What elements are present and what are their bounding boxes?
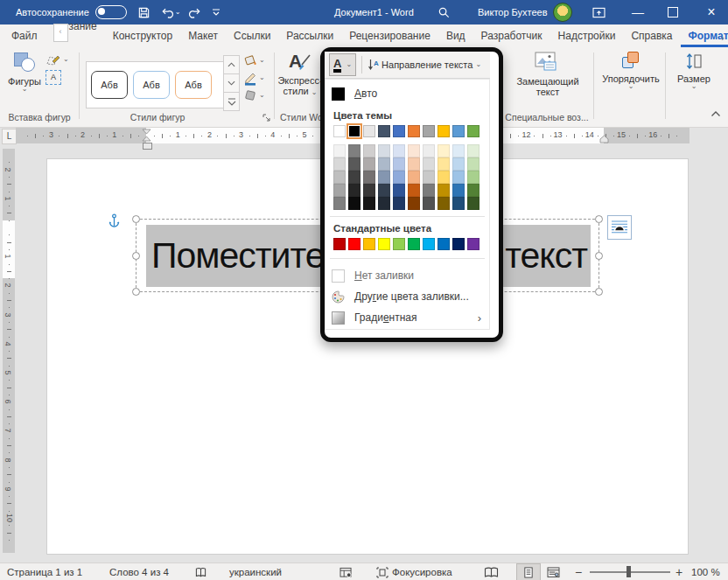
edit-shape-chevron[interactable]: ⌄: [63, 57, 69, 62]
macro-record-icon[interactable]: [340, 563, 353, 580]
theme-variant-swatch[interactable]: [467, 184, 480, 197]
tab-layout[interactable]: Макет: [180, 30, 226, 47]
shape-style-preview-1[interactable]: Абв: [91, 71, 128, 99]
save-icon[interactable]: [137, 0, 150, 24]
theme-variant-swatch[interactable]: [393, 144, 405, 157]
theme-variant-swatch[interactable]: [348, 197, 360, 210]
alt-text-button[interactable]: Замещающий текст: [508, 52, 588, 97]
standard-color-swatch[interactable]: [408, 238, 420, 250]
theme-variant-swatch[interactable]: [423, 184, 435, 197]
resize-handle-sw[interactable]: [132, 288, 140, 296]
tab-addins[interactable]: Надстройки: [550, 30, 624, 47]
theme-variant-swatch[interactable]: [333, 171, 346, 184]
shape-effects-button[interactable]: [243, 90, 257, 102]
theme-variant-swatch[interactable]: [378, 184, 390, 197]
shape-fill-button[interactable]: [243, 54, 257, 67]
theme-color-swatch[interactable]: [408, 125, 420, 137]
text-direction-button[interactable]: А Направление текста ⌄: [368, 59, 481, 71]
theme-color-swatch[interactable]: [348, 125, 360, 137]
theme-variant-swatch[interactable]: [467, 171, 480, 184]
standard-color-swatch[interactable]: [438, 238, 450, 250]
quick-styles-button[interactable]: А Экспресс- стили ⌄: [278, 51, 322, 96]
theme-color-swatch[interactable]: [438, 125, 450, 137]
search-icon[interactable]: [438, 0, 451, 24]
minimize-button[interactable]: —: [623, 0, 653, 24]
text-fill-button[interactable]: А ⌄: [329, 53, 356, 76]
tab-overflow-arrow[interactable]: ›: [721, 32, 724, 43]
redo-button[interactable]: [189, 0, 202, 24]
zoom-slider[interactable]: [590, 563, 670, 580]
shape-outline-chevron[interactable]: ⌄: [259, 75, 265, 80]
collapse-ribbon-button[interactable]: [710, 110, 721, 117]
theme-variant-swatch[interactable]: [438, 144, 450, 157]
user-name[interactable]: Виктор Бухтеев: [478, 0, 547, 24]
theme-variant-swatch[interactable]: [423, 144, 435, 157]
language-indicator[interactable]: украинский: [229, 563, 282, 580]
theme-variant-swatch[interactable]: [378, 157, 390, 171]
customize-qat-button[interactable]: [211, 0, 221, 24]
theme-color-swatch[interactable]: [393, 125, 405, 137]
standard-color-swatch[interactable]: [467, 238, 480, 250]
standard-color-swatch[interactable]: [378, 238, 390, 250]
theme-variant-swatch[interactable]: [452, 171, 465, 184]
theme-variant-swatch[interactable]: [363, 144, 375, 157]
theme-variant-swatch[interactable]: [363, 197, 375, 210]
autosave-toggle[interactable]: [95, 5, 127, 19]
theme-variant-swatch[interactable]: [333, 184, 346, 197]
tab-review[interactable]: Рецензирование: [341, 30, 438, 47]
theme-variant-swatch[interactable]: [452, 157, 465, 171]
word-count[interactable]: Слово 4 из 4: [109, 563, 169, 580]
zoom-level[interactable]: 100 %: [691, 563, 720, 580]
theme-variant-swatch[interactable]: [393, 197, 405, 210]
vertical-ruler[interactable]: 2112345678910: [3, 149, 15, 553]
theme-variant-swatch[interactable]: [393, 157, 405, 171]
shape-style-preview-3[interactable]: Абв: [175, 71, 212, 99]
zoom-out-button[interactable]: −: [575, 563, 582, 580]
theme-variant-swatch[interactable]: [467, 197, 480, 210]
first-line-indent-marker[interactable]: [142, 129, 151, 143]
standard-color-swatch[interactable]: [348, 238, 360, 250]
size-button[interactable]: Размер ⌄: [668, 52, 720, 89]
edit-shape-button[interactable]: [46, 53, 60, 66]
right-indent-marker[interactable]: [599, 135, 609, 143]
theme-variant-swatch[interactable]: [452, 197, 465, 210]
menu-item-gradient[interactable]: Градиентная ›: [325, 307, 490, 328]
close-button[interactable]: ×: [696, 0, 726, 24]
menu-item-more-colors[interactable]: Другие цвета заливки...: [325, 286, 490, 307]
shapes-button[interactable]: Фигуры ⌄: [5, 52, 44, 92]
theme-variant-swatch[interactable]: [438, 171, 450, 184]
page-indicator[interactable]: Страница 1 из 1: [7, 563, 82, 580]
theme-variant-swatch[interactable]: [423, 157, 435, 171]
theme-color-swatch[interactable]: [363, 125, 375, 137]
left-indent-marker[interactable]: [143, 143, 152, 150]
tab-references[interactable]: Ссылки: [226, 30, 278, 47]
textbox-button[interactable]: А: [46, 70, 61, 85]
standard-color-swatch[interactable]: [423, 238, 435, 250]
theme-variant-swatch[interactable]: [438, 157, 450, 171]
theme-variant-swatch[interactable]: [378, 144, 390, 157]
theme-variant-swatch[interactable]: [452, 184, 465, 197]
tab-view[interactable]: Вид: [438, 30, 473, 47]
layout-options-button[interactable]: [607, 215, 632, 240]
user-avatar[interactable]: [553, 3, 572, 22]
tab-help[interactable]: Справка: [623, 30, 680, 47]
resize-handle-se[interactable]: [595, 288, 603, 296]
shape-outline-button[interactable]: [243, 72, 257, 86]
theme-variant-swatch[interactable]: [363, 157, 375, 171]
theme-variant-swatch[interactable]: [378, 197, 390, 210]
theme-variant-swatch[interactable]: [438, 184, 450, 197]
resize-handle-nw[interactable]: [132, 215, 140, 223]
theme-color-swatch[interactable]: [378, 125, 390, 137]
theme-variant-swatch[interactable]: [408, 197, 420, 210]
theme-variant-swatch[interactable]: [363, 184, 375, 197]
standard-color-swatch[interactable]: [333, 238, 346, 250]
theme-variant-swatch[interactable]: [408, 144, 420, 157]
theme-variant-swatch[interactable]: [333, 197, 346, 210]
tab-design[interactable]: Конструктор: [105, 30, 180, 47]
theme-color-swatch[interactable]: [423, 125, 435, 137]
gallery-up-button[interactable]: [223, 55, 240, 74]
standard-color-swatch[interactable]: [393, 238, 405, 250]
theme-variant-swatch[interactable]: [333, 144, 346, 157]
theme-variant-swatch[interactable]: [348, 171, 360, 184]
tab-file[interactable]: Файл: [4, 30, 46, 47]
